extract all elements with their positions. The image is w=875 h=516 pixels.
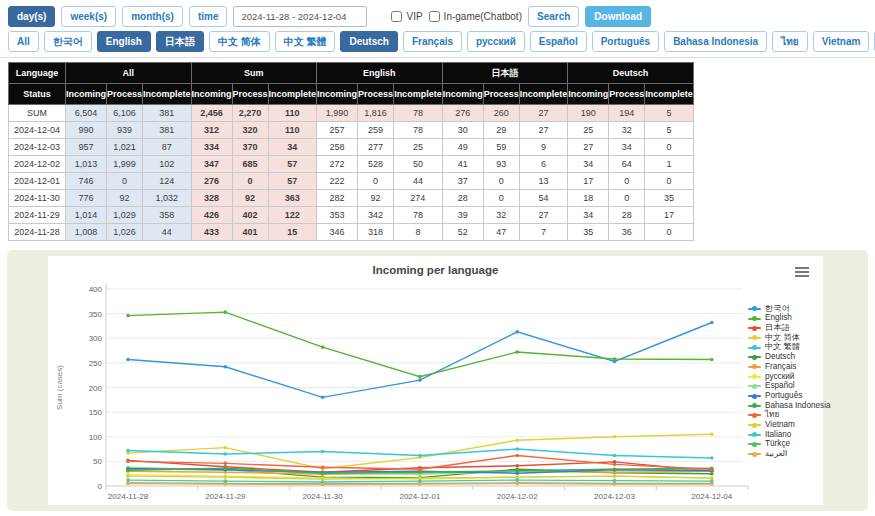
table-cell: 746 bbox=[66, 173, 107, 190]
legend-item-item[interactable]: ไทย bbox=[748, 411, 831, 421]
in-game-chatbot-checkbox-input[interactable] bbox=[429, 11, 440, 22]
table-cell: 27 bbox=[519, 207, 568, 224]
period-button-month-s[interactable]: month(s) bbox=[122, 6, 183, 27]
table-group-header-english: English bbox=[317, 63, 443, 84]
row-label: SUM bbox=[9, 105, 66, 122]
legend-item-deutsch[interactable]: Deutsch bbox=[748, 352, 831, 362]
table-cell: 5 bbox=[645, 122, 694, 139]
legend-item-vietnam[interactable]: Vietnam bbox=[748, 420, 831, 430]
table-cell: 13 bbox=[519, 173, 568, 190]
svg-text:150: 150 bbox=[89, 408, 103, 417]
table-cell: 6,106 bbox=[107, 105, 143, 122]
date-range-input[interactable] bbox=[233, 6, 367, 27]
table-group-header-all: All bbox=[66, 63, 192, 84]
table-cell: 32 bbox=[483, 207, 519, 224]
legend-item-bahasa-indonesia[interactable]: Bahasa Indonesia bbox=[748, 401, 831, 411]
legend-label: Vietnam bbox=[765, 421, 795, 429]
language-button-item[interactable]: 日本語 bbox=[156, 31, 204, 52]
table-cell: 370 bbox=[232, 139, 268, 156]
legend-label: Português bbox=[765, 392, 802, 400]
legend-item-italiano[interactable]: Italiano bbox=[748, 430, 831, 440]
legend-item-t-rk-e[interactable]: Türkçe bbox=[748, 440, 831, 450]
table-cell: 258 bbox=[317, 139, 358, 156]
table-subheader-incomplete: Incomplete bbox=[268, 84, 317, 105]
legend-line-marker bbox=[748, 337, 761, 339]
language-button-english[interactable]: English bbox=[97, 31, 151, 52]
table-cell: 0 bbox=[645, 224, 694, 241]
legend-line-marker bbox=[748, 385, 761, 387]
language-button-item[interactable]: русский bbox=[467, 31, 525, 52]
legend-item-fran-ais[interactable]: Français bbox=[748, 362, 831, 372]
language-button-vietnam[interactable]: Vietnam bbox=[813, 31, 870, 52]
legend-line-marker bbox=[748, 366, 761, 368]
table-cell: 7 bbox=[519, 224, 568, 241]
table-cell: 282 bbox=[317, 190, 358, 207]
svg-text:250: 250 bbox=[89, 359, 103, 368]
svg-text:2024-11-29: 2024-11-29 bbox=[205, 492, 246, 501]
table-subheader-process: Process bbox=[483, 84, 519, 105]
table-cell: 110 bbox=[268, 105, 317, 122]
period-button-day-s[interactable]: day(s) bbox=[8, 6, 55, 27]
legend-item-item[interactable]: 한국어 bbox=[748, 304, 831, 314]
table-row-2024-11-30: 2024-11-30776921,03232892363282922742805… bbox=[9, 190, 694, 207]
language-button-portugu-s[interactable]: Português bbox=[592, 31, 659, 52]
table-cell: 2,270 bbox=[232, 105, 268, 122]
language-button-item[interactable]: 한국어 bbox=[44, 31, 92, 52]
legend-item-english[interactable]: English bbox=[748, 314, 831, 324]
language-button-bahasa-indonesia[interactable]: Bahasa Indonesia bbox=[664, 31, 767, 52]
legend-item-item[interactable]: 中文 繁體 bbox=[748, 343, 831, 353]
language-button-item[interactable]: 中文 简体 bbox=[209, 31, 270, 52]
legend-item-espa-ol[interactable]: Español bbox=[748, 382, 831, 392]
table-cell: 347 bbox=[191, 156, 232, 173]
chart-legend: 한국어English日本語中文 简体中文 繁體DeutschFrançaisру… bbox=[748, 304, 831, 459]
table-cell: 5 bbox=[645, 105, 694, 122]
table-subheader-process: Process bbox=[358, 84, 394, 105]
period-button-time[interactable]: time bbox=[189, 6, 228, 27]
table-cell: 0 bbox=[609, 173, 645, 190]
legend-item-item[interactable]: 中文 简体 bbox=[748, 333, 831, 343]
table-cell: 25 bbox=[394, 139, 443, 156]
table-cell: 1,014 bbox=[66, 207, 107, 224]
table-cell: 276 bbox=[442, 105, 483, 122]
legend-item-item[interactable]: 日本語 bbox=[748, 323, 831, 333]
row-label: 2024-12-04 bbox=[9, 122, 66, 139]
language-button-fran-ais[interactable]: Français bbox=[403, 31, 462, 52]
table-cell: 6 bbox=[519, 156, 568, 173]
legend-label: Français bbox=[765, 363, 796, 371]
table-cell: 957 bbox=[66, 139, 107, 156]
legend-item-item[interactable]: русский bbox=[748, 372, 831, 382]
table-cell: 318 bbox=[358, 224, 394, 241]
legend-item-item[interactable]: العربية bbox=[748, 449, 831, 459]
row-label: 2024-11-30 bbox=[9, 190, 66, 207]
table-cell: 92 bbox=[107, 190, 143, 207]
table-cell: 32 bbox=[609, 122, 645, 139]
legend-item-portugu-s[interactable]: Português bbox=[748, 391, 831, 401]
table-cell: 39 bbox=[442, 207, 483, 224]
row-label: 2024-11-29 bbox=[9, 207, 66, 224]
table-row-2024-12-04: 2024-12-04990939381312320110257259783029… bbox=[9, 122, 694, 139]
table-cell: 776 bbox=[66, 190, 107, 207]
vip-checkbox-input[interactable] bbox=[391, 11, 402, 22]
table-cell: 9 bbox=[519, 139, 568, 156]
table-cell: 528 bbox=[358, 156, 394, 173]
download-button[interactable]: Download bbox=[585, 6, 651, 27]
language-button-deutsch[interactable]: Deutsch bbox=[340, 31, 397, 52]
table-cell: 34 bbox=[609, 139, 645, 156]
checkbox-in-game-chatbot[interactable]: In-game(Chatbot) bbox=[429, 11, 522, 22]
language-button-item[interactable]: ไทย bbox=[772, 31, 807, 52]
legend-line-marker bbox=[748, 434, 761, 436]
table-subheader-process: Process bbox=[232, 84, 268, 105]
table-cell: 685 bbox=[232, 156, 268, 173]
language-button-item[interactable]: 中文 繁體 bbox=[275, 31, 336, 52]
table-group-header-item: 日本語 bbox=[442, 63, 568, 84]
search-button[interactable]: Search bbox=[528, 6, 579, 27]
period-button-week-s[interactable]: week(s) bbox=[61, 6, 116, 27]
svg-text:2024-12-03: 2024-12-03 bbox=[594, 492, 635, 501]
table-row-sum: SUM6,5046,1063812,4562,2701101,9901,8167… bbox=[9, 105, 694, 122]
language-button-espa-ol[interactable]: Español bbox=[530, 31, 587, 52]
table-cell: 122 bbox=[268, 207, 317, 224]
language-button-all[interactable]: All bbox=[8, 31, 39, 52]
checkbox-vip[interactable]: VIP bbox=[391, 11, 422, 22]
table-cell: 93 bbox=[483, 156, 519, 173]
table-cell: 34 bbox=[268, 139, 317, 156]
